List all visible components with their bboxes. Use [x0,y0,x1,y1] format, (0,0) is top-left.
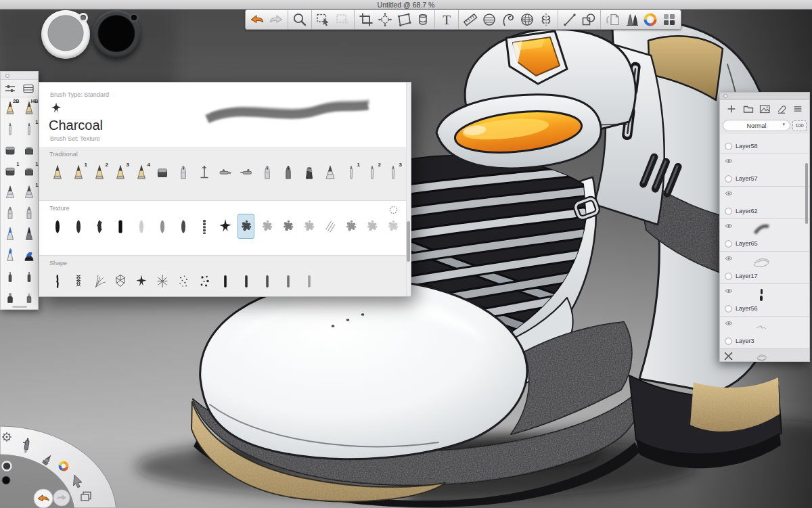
palette-brush-7[interactable]: 1 [1,160,20,181]
lagoon-gear-icon[interactable] [2,432,12,442]
palette-brush-17[interactable] [1,265,20,286]
brush-item-traditional-8[interactable] [196,160,212,185]
brush-item-texture-17[interactable] [384,214,401,239]
brush-item-shape-5[interactable] [133,269,150,294]
brush-item-texture-1[interactable] [49,214,66,239]
palette-brush-10[interactable]: 1 [20,181,39,202]
brush-item-texture-8[interactable] [196,214,212,239]
brush-item-texture-2[interactable] [70,214,87,239]
import-image-button[interactable] [758,103,771,115]
lagoon-brush-dot[interactable] [3,462,12,471]
palette-close-icon[interactable] [5,74,9,78]
tool-fill[interactable] [413,11,432,28]
tool-deselect[interactable] [333,11,352,28]
scrollbar-thumb[interactable] [407,221,410,262]
palette-brush-8[interactable]: 1 [20,160,39,181]
layer-group-button[interactable] [742,103,755,115]
palette-brush-19[interactable] [1,286,20,307]
brush-panel-scrollbar[interactable] [406,83,411,296]
layers-menu-button[interactable] [791,103,805,115]
add-layer-button[interactable] [725,103,738,115]
palette-brush-15[interactable] [1,244,20,265]
layers-close-icon[interactable] [723,94,727,98]
palette-brush-6[interactable] [20,139,39,160]
brush-item-shape-6[interactable] [154,269,171,294]
brush-item-shape-13[interactable] [300,269,317,294]
tool-layer-editor[interactable] [660,11,679,28]
brush-item-traditional-17[interactable]: 3 [384,160,401,185]
layer-visibility-toggle[interactable] [724,255,734,262]
tool-ruler[interactable] [461,11,480,28]
layer-row-Layer58[interactable]: Layer58 [720,134,809,154]
layer-row-Layer56[interactable]: Layer56 [720,284,809,317]
brush-item-texture-14[interactable] [321,214,338,239]
tool-ellipse-guide[interactable] [480,11,499,28]
brush-item-traditional-13[interactable] [300,160,317,185]
palette-brush-16[interactable] [20,244,39,265]
brush-item-traditional-14[interactable] [321,160,338,185]
palette-brush-14[interactable] [20,223,39,244]
brush-item-texture-16[interactable] [363,214,380,239]
brush-item-traditional-3[interactable]: 2 [91,160,108,185]
brush-item-shape-8[interactable] [196,269,212,294]
palette-brush-3[interactable] [1,118,20,139]
brush-item-traditional-1[interactable] [49,160,66,185]
tool-perspective[interactable] [518,11,537,28]
brush-item-traditional-5[interactable]: 4 [133,160,150,185]
clear-layer-button[interactable] [775,103,788,115]
palette-brush-4[interactable]: 1 [20,118,39,139]
layer-visibility-toggle[interactable] [724,287,734,294]
palette-brush-9[interactable] [1,181,20,202]
palette-brush-12[interactable] [20,202,39,223]
lagoon-undo-button[interactable] [34,489,53,508]
tool-select[interactable] [314,11,333,28]
layer-row-Layer62[interactable]: Layer62 [720,187,809,219]
brush-item-texture-4[interactable] [112,214,129,239]
palette-brush-11[interactable] [1,202,20,223]
palette-brush-5[interactable] [1,139,20,160]
brush-item-texture-13[interactable] [300,214,317,239]
palette-sets-button[interactable] [20,82,37,95]
layer-row-background[interactable] [720,349,809,361]
tool-crop[interactable] [357,11,376,28]
layer-row-Layer65[interactable]: Layer65 [720,219,809,252]
brush-item-shape-3[interactable] [91,269,108,294]
brush-item-traditional-2[interactable]: 1 [70,160,87,185]
lagoon-color-wheel-icon[interactable] [58,461,69,471]
brush-item-shape-2[interactable] [70,269,87,294]
palette-brush-13[interactable] [1,223,20,244]
tool-shapes[interactable] [579,11,598,28]
brush-item-texture-3[interactable] [91,214,108,239]
brush-puck[interactable] [41,10,90,59]
background-toggle[interactable] [723,351,734,361]
palette-brush-1[interactable]: 2B [1,97,20,118]
brush-item-texture-9[interactable] [217,214,233,239]
palette-settings-button[interactable] [2,82,18,95]
brush-item-traditional-11[interactable] [258,160,275,185]
palette-brush-18[interactable] [20,265,39,286]
brush-item-traditional-10[interactable] [238,160,254,185]
layer-visibility-toggle[interactable] [724,320,734,327]
blend-mode-select[interactable]: Normal [723,120,790,131]
brush-item-traditional-15[interactable]: 1 [342,160,359,185]
tool-color-editor[interactable] [641,11,660,28]
layer-row-Layer3[interactable]: Layer3 [720,317,809,349]
palette-brush-2[interactable]: HB [20,97,39,118]
brush-item-shape-7[interactable] [175,269,191,294]
layer-visibility-toggle[interactable] [724,190,734,197]
tool-redo[interactable] [267,11,286,28]
layer-row-Layer57[interactable]: Layer57 [720,154,809,187]
tool-french-curve[interactable] [499,11,518,28]
brush-item-traditional-16[interactable]: 2 [363,160,380,185]
layer-opacity-field[interactable]: 100 [792,120,807,131]
lagoon-redo-button[interactable] [53,490,70,506]
brush-item-texture-15[interactable] [342,214,359,239]
tool-zoom[interactable] [290,11,309,28]
palette-resize-handle[interactable] [12,306,27,308]
tool-transform[interactable] [376,11,394,28]
tool-stroke-line[interactable] [560,11,579,28]
tool-import-image[interactable] [603,11,622,28]
brush-item-texture-6[interactable] [154,214,171,239]
brush-item-traditional-6[interactable] [154,160,171,185]
brush-item-shape-4[interactable] [112,269,129,294]
